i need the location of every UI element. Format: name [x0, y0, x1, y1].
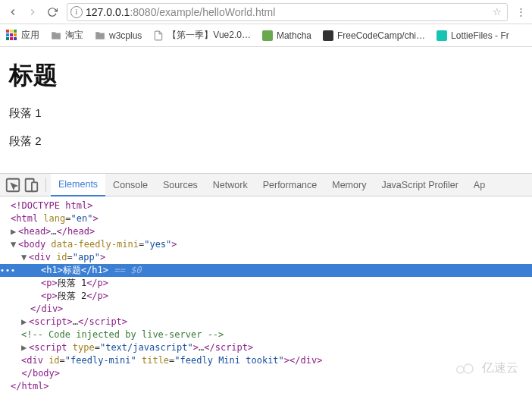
- paragraph-2: 段落 2: [9, 134, 523, 149]
- back-button[interactable]: [5, 4, 21, 20]
- favicon-icon: [436, 30, 448, 42]
- address-bar[interactable]: i 127.0.0.1:8080/example/helloWorld.html…: [67, 3, 508, 21]
- tab-network[interactable]: Network: [205, 174, 255, 196]
- device-toolbar-icon[interactable]: [23, 177, 39, 193]
- bookmark-fcc[interactable]: FreeCodeCamp/chi…: [322, 30, 425, 42]
- dom-line[interactable]: <html lang="en">: [0, 212, 532, 225]
- bookmark-lottie[interactable]: LottieFiles - Fr: [436, 30, 509, 42]
- paragraph-1: 段落 1: [9, 106, 523, 121]
- bookmark-star-icon[interactable]: ☆: [493, 6, 502, 17]
- dom-line[interactable]: </div>: [0, 303, 532, 316]
- bookmark-mathcha[interactable]: Mathcha: [261, 30, 311, 42]
- site-info-icon[interactable]: i: [70, 6, 83, 18]
- dom-line[interactable]: <p>段落 2</p>: [0, 290, 532, 303]
- apps-icon: [6, 30, 18, 42]
- bookmark-apps[interactable]: 应用: [6, 29, 39, 42]
- divider: [45, 178, 46, 192]
- tab-console[interactable]: Console: [105, 174, 155, 196]
- favicon-icon: [261, 30, 274, 42]
- tab-performance[interactable]: Performance: [255, 174, 325, 196]
- reload-button[interactable]: [44, 4, 61, 20]
- dom-line[interactable]: ▶<script>…</script>: [0, 316, 532, 328]
- file-icon: [152, 30, 164, 42]
- browser-menu-icon[interactable]: ⋮: [514, 5, 527, 19]
- dom-line[interactable]: <!DOCTYPE html>: [0, 200, 532, 212]
- dom-line[interactable]: <p>段落 1</p>: [0, 277, 532, 290]
- dom-line[interactable]: ▼<body data-feedly-mini="yes">: [0, 238, 532, 251]
- devtools-panel: Elements Console Sources Network Perform…: [0, 173, 532, 396]
- dom-line-selected[interactable]: •••<h1>标题</h1> == $0: [0, 264, 532, 277]
- tab-sources[interactable]: Sources: [155, 174, 205, 196]
- tab-memory[interactable]: Memory: [324, 174, 374, 196]
- page-heading: 标题: [9, 59, 523, 93]
- inspect-element-icon[interactable]: [5, 177, 21, 193]
- dom-line[interactable]: <!-- Code injected by live-server -->: [0, 328, 532, 341]
- dom-line[interactable]: </html>: [0, 380, 532, 393]
- bookmark-taobao[interactable]: 淘宝: [50, 29, 83, 42]
- svg-rect-2: [32, 182, 37, 191]
- dom-line[interactable]: <div id="feedly-mini" title="feedly Mini…: [0, 354, 532, 367]
- tab-jsprofiler[interactable]: JavaScript Profiler: [374, 174, 465, 196]
- browser-toolbar: i 127.0.0.1:8080/example/helloWorld.html…: [0, 0, 532, 24]
- dom-line[interactable]: </body>: [0, 367, 532, 380]
- dom-line[interactable]: ▶<script type="text/javascript">…</scrip…: [0, 341, 532, 354]
- devtools-tabs: Elements Console Sources Network Perform…: [0, 174, 532, 196]
- dom-line[interactable]: ▶<head>…</head>: [0, 225, 532, 238]
- bookmark-w3cplus[interactable]: w3cplus: [94, 30, 142, 42]
- folder-icon: [50, 30, 62, 42]
- url-text: 127.0.0.1:8080/example/helloWorld.html: [86, 6, 490, 18]
- tab-application[interactable]: Ap: [466, 174, 493, 196]
- forward-button[interactable]: [24, 4, 41, 20]
- bookmark-vue[interactable]: 【第一季】Vue2.0…: [152, 29, 251, 42]
- folder-icon: [94, 30, 106, 42]
- bookmarks-bar: 应用 淘宝 w3cplus 【第一季】Vue2.0… Mathcha FreeC…: [0, 24, 532, 47]
- page-content: 标题 段落 1 段落 2: [0, 47, 532, 149]
- favicon-icon: [322, 30, 334, 42]
- elements-tree[interactable]: <!DOCTYPE html> <html lang="en"> ▶<head>…: [0, 196, 532, 396]
- tab-elements[interactable]: Elements: [51, 174, 105, 196]
- dom-line[interactable]: ▼<div id="app">: [0, 251, 532, 264]
